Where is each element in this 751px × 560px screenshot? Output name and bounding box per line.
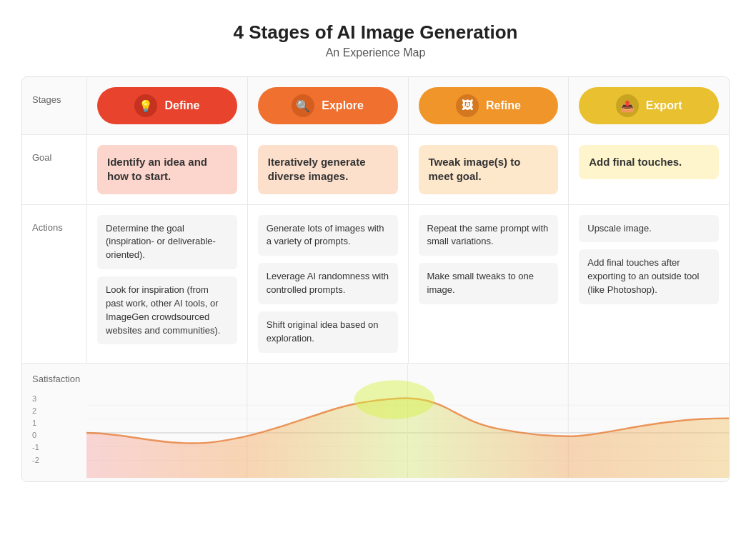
page: 4 Stages of AI Image Generation An Exper… bbox=[0, 0, 751, 482]
action-refine-2: Make small tweaks to one image. bbox=[419, 263, 559, 304]
actions-row: Actions Determine the goal (inspiration-… bbox=[22, 205, 729, 364]
goal-card-explore: Iteratively generate diverse images. bbox=[258, 145, 398, 194]
goal-cols: Identify an idea and how to start. Itera… bbox=[86, 135, 729, 204]
stage-col-refine: 🖼 Refine bbox=[408, 77, 569, 134]
goal-col-define: Identify an idea and how to start. bbox=[86, 135, 247, 204]
action-explore-1: Generate lots of images with a variety o… bbox=[258, 215, 398, 256]
satisfaction-row: Satisfaction 3 2 1 0 -1 -2 bbox=[22, 364, 729, 481]
stage-col-export: 📤 Export bbox=[568, 77, 729, 134]
actions-cols: Determine the goal (inspiration- or deli… bbox=[86, 205, 729, 363]
svg-point-8 bbox=[354, 380, 434, 419]
stage-badge-export: 📤 Export bbox=[579, 87, 719, 124]
actions-col-explore: Generate lots of images with a variety o… bbox=[247, 205, 408, 363]
stage-badge-explore: 🔍 Explore bbox=[258, 87, 398, 124]
refine-label: Refine bbox=[486, 99, 521, 112]
stage-badge-refine: 🖼 Refine bbox=[419, 87, 559, 124]
action-explore-2: Leverage AI randomness with controlled p… bbox=[258, 263, 398, 304]
goal-col-refine: Tweak image(s) to meet goal. bbox=[408, 135, 569, 204]
stage-badge-define: 💡 Define bbox=[97, 87, 237, 124]
refine-icon: 🖼 bbox=[456, 94, 479, 117]
actions-label: Actions bbox=[22, 205, 86, 363]
define-label: Define bbox=[164, 99, 199, 112]
goal-text-explore: Iteratively generate diverse images. bbox=[268, 156, 366, 182]
stage-col-explore: 🔍 Explore bbox=[247, 77, 408, 134]
action-define-2: Look for inspiration (from past work, ot… bbox=[97, 276, 237, 344]
action-refine-1: Repeat the same prompt with small variat… bbox=[419, 215, 559, 256]
stages-row: Stages 💡 Define 🔍 Explore bbox=[22, 77, 729, 135]
goal-text-define: Identify an idea and how to start. bbox=[107, 156, 207, 182]
goal-text-refine: Tweak image(s) to meet goal. bbox=[429, 156, 521, 182]
stages-cols: 💡 Define 🔍 Explore 🖼 Refine bbox=[86, 77, 729, 134]
explore-label: Explore bbox=[322, 99, 364, 112]
stage-col-define: 💡 Define bbox=[86, 77, 247, 134]
define-icon: 💡 bbox=[134, 94, 157, 117]
export-label: Export bbox=[646, 99, 682, 112]
actions-col-define: Determine the goal (inspiration- or deli… bbox=[86, 205, 247, 363]
page-title: 4 Stages of AI Image Generation bbox=[21, 21, 730, 44]
goal-card-export: Add final touches. bbox=[579, 145, 719, 179]
actions-col-export: Upscale image. Add final touches after e… bbox=[568, 205, 729, 363]
header: 4 Stages of AI Image Generation An Exper… bbox=[21, 21, 730, 59]
goal-card-define: Identify an idea and how to start. bbox=[97, 145, 237, 194]
action-export-2: Add final touches after exporting to an … bbox=[579, 249, 719, 304]
goal-col-explore: Iteratively generate diverse images. bbox=[247, 135, 408, 204]
satisfaction-chart bbox=[86, 364, 729, 478]
goal-row: Goal Identify an idea and how to start. … bbox=[22, 135, 729, 205]
page-subtitle: An Experience Map bbox=[21, 46, 730, 59]
explore-icon: 🔍 bbox=[292, 94, 314, 117]
y-axis: 3 2 1 0 -1 -2 bbox=[32, 391, 39, 467]
stages-label: Stages bbox=[22, 77, 86, 134]
goal-col-export: Add final touches. bbox=[568, 135, 729, 204]
actions-col-refine: Repeat the same prompt with small variat… bbox=[408, 205, 569, 363]
goal-text-export: Add final touches. bbox=[589, 156, 682, 168]
action-define-1: Determine the goal (inspiration- or deli… bbox=[97, 215, 237, 270]
export-icon: 📤 bbox=[616, 94, 639, 117]
experience-map: Stages 💡 Define 🔍 Explore bbox=[21, 76, 730, 482]
action-export-1: Upscale image. bbox=[579, 215, 719, 243]
satisfaction-label: Satisfaction 3 2 1 0 -1 -2 bbox=[22, 364, 86, 481]
satisfaction-svg bbox=[86, 364, 729, 478]
goal-label: Goal bbox=[22, 135, 86, 204]
goal-card-refine: Tweak image(s) to meet goal. bbox=[419, 145, 559, 194]
action-explore-3: Shift original idea based on exploration… bbox=[258, 311, 398, 353]
